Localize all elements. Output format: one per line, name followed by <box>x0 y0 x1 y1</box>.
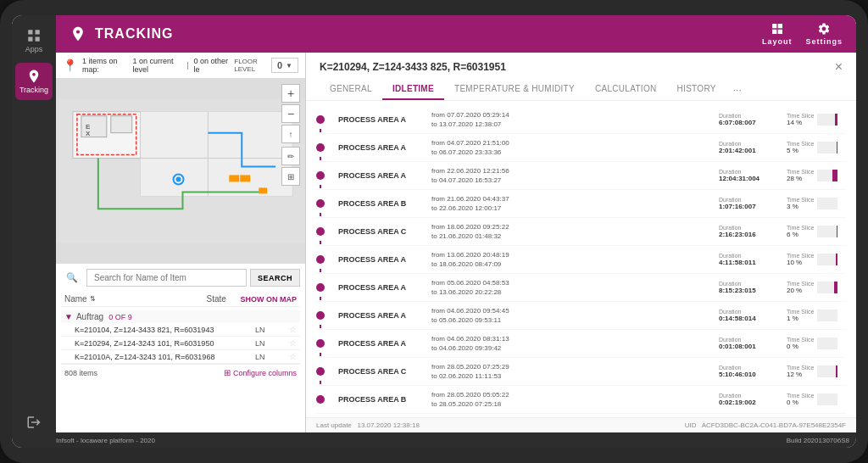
timeslice-label: Time Slice <box>787 113 814 119</box>
last-update-label: Last update <box>316 421 352 429</box>
layers-icon[interactable]: ⊞ <box>281 167 300 186</box>
timeline-item[interactable]: PROCESS AREA C from 18.06.2020 09:25:22 … <box>316 218 846 246</box>
timeline-duration: Duration 0:14:58:014 <box>719 309 787 322</box>
timeslice-value: 12 % <box>787 371 814 378</box>
timeline-item[interactable]: PROCESS AREA A from 04.07.2020 21:51:00 … <box>316 134 846 162</box>
duration-label: Duration <box>719 225 787 231</box>
show-on-map-button[interactable]: SHOW ON MAP <box>241 295 298 304</box>
items-on-map-text: 1 items on map: <box>82 57 127 74</box>
group-count: 0 OF 9 <box>108 313 132 321</box>
sort-icon[interactable]: ⇅ <box>90 295 96 303</box>
timeslice-fill <box>837 226 837 237</box>
timeline-dot <box>316 227 325 236</box>
timeline-line <box>320 241 321 244</box>
tab-history[interactable]: HISTORY <box>667 80 726 100</box>
timeline-item[interactable]: PROCESS AREA A from 05.06.2020 04:58:53 … <box>316 274 846 302</box>
list-item[interactable]: K=210294, Z=124-3243 101, R=6031950 LN ☆ <box>61 337 300 350</box>
timeslice-value: 3 % <box>787 203 814 210</box>
bookmark-icon-1: ☆ <box>289 338 297 348</box>
duration-label: Duration <box>719 113 787 119</box>
timeslice-label: Time Slice <box>787 169 814 175</box>
to-date: to 02.06.2020 11:11:53 <box>431 372 719 380</box>
sidebar-item-apps[interactable]: Apps <box>15 22 53 59</box>
timeline-duration: Duration 5:10:46:010 <box>719 365 787 378</box>
detail-tabs: GENERAL IDLETIME TEMPERATURE & HUMIDITY … <box>320 80 843 100</box>
timeline-area-label: PROCESS AREA A <box>338 171 431 180</box>
tab-calculation[interactable]: CALCULATION <box>585 80 667 100</box>
zoom-in-button[interactable]: + <box>281 84 300 103</box>
tab-temperature[interactable]: TEMPERATURE & HUMIDITY <box>444 80 585 100</box>
tab-more-button[interactable]: ··· <box>726 80 748 100</box>
search-input[interactable] <box>86 269 247 287</box>
timeslice-value: 0 % <box>787 343 814 350</box>
bookmark-icon-0: ☆ <box>289 325 297 334</box>
timeline-item[interactable]: PROCESS AREA A from 13.06.2020 20:48:19 … <box>316 246 846 274</box>
duration-label: Duration <box>719 253 787 259</box>
floor-value-box[interactable]: 0 ▼ <box>271 58 298 73</box>
timeline-dot <box>316 395 325 404</box>
grid-icon <box>26 28 42 43</box>
layout-icon <box>771 22 784 36</box>
timeslice-bar <box>817 226 837 237</box>
settings-button[interactable]: Settings <box>805 22 843 46</box>
duration-label: Duration <box>719 169 787 175</box>
timeline-line <box>320 157 321 160</box>
timeline-item[interactable]: PROCESS AREA B from 28.05.2020 05:05:22 … <box>316 386 846 414</box>
location-icon <box>26 69 42 84</box>
timeslice-bar <box>817 142 837 153</box>
duration-value: 6:07:08:007 <box>719 119 787 126</box>
timeslice-value: 10 % <box>787 259 814 266</box>
edit-icon[interactable]: ✏ <box>281 147 300 165</box>
expand-icon: ▼ <box>64 312 73 321</box>
configure-columns-button[interactable]: ⊞ Configure columns <box>224 368 297 377</box>
floor-value: 0 <box>277 60 282 70</box>
timeline-dates: from 28.05.2020 05:05:22 to 28.05.2020 0… <box>431 391 719 408</box>
timeline-item[interactable]: PROCESS AREA A from 04.06.2020 08:31:13 … <box>316 330 846 358</box>
sidebar-item-tracking[interactable]: Tracking <box>15 63 53 100</box>
timeline-dates: from 04.07.2020 21:51:00 to 06.07.2020 2… <box>431 139 719 156</box>
tab-idletime[interactable]: IDLETIME <box>382 80 444 100</box>
timeline-item[interactable]: PROCESS AREA B from 21.06.2020 04:43:37 … <box>316 190 846 218</box>
tab-general[interactable]: GENERAL <box>320 80 382 100</box>
total-items: 808 items <box>64 369 97 377</box>
logout-icon <box>26 415 42 430</box>
from-date: from 04.06.2020 09:54:45 <box>431 307 719 315</box>
map-area[interactable]: E X <box>56 79 305 263</box>
timeslice-fill <box>834 282 838 293</box>
timeline-timeslice: Time Slice 12 % <box>787 365 846 378</box>
map-controls: + − ↑ <box>281 84 300 143</box>
timeline-dates: from 21.06.2020 04:43:37 to 22.06.2020 1… <box>431 195 719 212</box>
duration-value: 4:11:58:011 <box>719 259 787 266</box>
reset-button[interactable]: ↑ <box>281 125 300 143</box>
list-group-header[interactable]: ▼ Auftrag 0 OF 9 <box>61 310 300 323</box>
detail-close-button[interactable]: × <box>835 59 843 75</box>
timeline-duration: Duration 6:07:08:007 <box>719 113 787 126</box>
list-item[interactable]: K=21010A, Z=124-3243 101, R=6031968 LN ☆ <box>61 350 300 364</box>
timeline-item[interactable]: PROCESS AREA A from 07.07.2020 05:29:14 … <box>316 106 846 134</box>
svg-text:X: X <box>86 130 91 137</box>
timeline-dot <box>316 339 325 348</box>
timeline-item[interactable]: PROCESS AREA A from 04.06.2020 09:54:45 … <box>316 302 846 330</box>
uid-value: ACFD3DBC-BC2A-C041-BD7A-97E548E2354F <box>702 421 846 429</box>
timeslice-bar <box>817 114 837 126</box>
from-date: from 05.06.2020 04:58:53 <box>431 279 719 287</box>
timeline-area-label: PROCESS AREA A <box>338 339 431 348</box>
app-layout: Apps Tracking <box>12 15 856 448</box>
duration-label: Duration <box>719 197 787 203</box>
sidebar-logout[interactable] <box>15 404 53 441</box>
search-button[interactable]: SEARCH <box>250 269 300 287</box>
timeline-timeslice: Time Slice 0 % <box>787 393 846 406</box>
svg-rect-9 <box>111 116 132 133</box>
timeline-duration: Duration 2:01:42:001 <box>719 141 787 154</box>
timeline-dates: from 07.07.2020 05:29:14 to 13.07.2020 1… <box>431 111 719 128</box>
list-item[interactable]: K=210104, Z=124-3433 821, R=6031943 LN ☆ <box>61 323 300 337</box>
timeline-item[interactable]: PROCESS AREA C from 28.05.2020 07:25:29 … <box>316 358 846 386</box>
timeline-item[interactable]: PROCESS AREA A from 22.06.2020 12:21:56 … <box>316 162 846 190</box>
timeline-area-label: PROCESS AREA A <box>338 311 431 320</box>
timeline-line <box>320 381 321 384</box>
layout-button[interactable]: Layout <box>762 22 793 46</box>
state-column-header: State <box>207 294 241 304</box>
zoom-out-button[interactable]: − <box>281 104 300 123</box>
tablet-frame: Apps Tracking <box>0 0 868 463</box>
timeline-duration: Duration 0:02:19:002 <box>719 393 787 406</box>
